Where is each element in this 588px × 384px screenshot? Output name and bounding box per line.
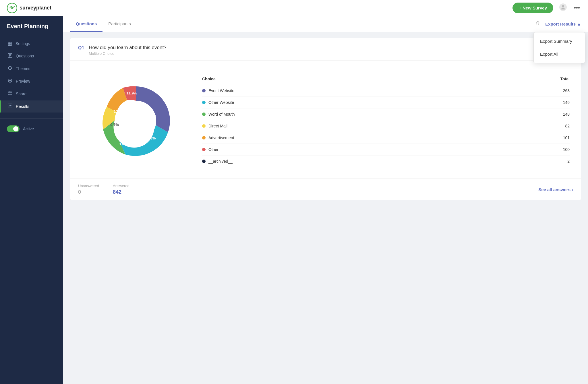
svg-point-5: [9, 68, 10, 68]
scroll-area: Q1 How did you learn about this event? M…: [63, 32, 588, 384]
question-info: How did you learn about this event? Mult…: [89, 45, 166, 56]
sidebar-item-share[interactable]: Share: [0, 88, 63, 100]
export-dropdown: Export Summary Export All: [533, 32, 585, 63]
choice-label: Word of Mouth: [208, 112, 235, 117]
question-number: Q1: [78, 45, 84, 51]
choice-column-header: Choice: [202, 77, 547, 81]
choice-label: Other: [208, 147, 218, 152]
legend-choice: Word of Mouth: [202, 112, 547, 117]
legend-row: Advertisement 101: [202, 132, 570, 144]
svg-point-7: [11, 68, 11, 68]
legend-dot: [202, 148, 206, 151]
tab-questions[interactable]: Questions: [70, 16, 102, 32]
export-results-button[interactable]: Export Results ▲: [545, 22, 581, 26]
svg-text:31.2%: 31.2%: [145, 113, 156, 117]
donut-chart: 31.2% 17.3% 17.6% 9.7% 12% 11.9%: [87, 72, 185, 170]
question-type: Multiple Choice: [89, 51, 166, 56]
svg-point-6: [10, 67, 10, 68]
delete-button[interactable]: [535, 20, 541, 28]
legend-row: Word of Mouth 148: [202, 108, 570, 120]
legend-dot: [202, 89, 206, 92]
sidebar-item-themes[interactable]: Themes: [0, 63, 63, 75]
legend-choice: Advertisement: [202, 135, 547, 140]
answered-stat: Answered 842: [113, 184, 129, 195]
sidebar-item-label: Themes: [16, 66, 30, 71]
choice-label: Advertisement: [208, 135, 234, 140]
themes-icon: [8, 66, 12, 71]
export-results-label: Export Results: [545, 22, 576, 26]
legend-total: 148: [547, 112, 570, 117]
total-column-header: Total: [547, 77, 570, 81]
sidebar-divider: [0, 118, 63, 119]
sidebar-item-label: Share: [16, 92, 26, 96]
question-card: Q1 How did you learn about this event? M…: [70, 38, 581, 200]
legend-total: 2: [547, 159, 570, 164]
legend-header: Choice Total: [202, 74, 570, 85]
export-all-option[interactable]: Export All: [534, 48, 585, 61]
chevron-right-icon: ›: [572, 187, 573, 192]
see-all-answers-button[interactable]: See all answers ›: [538, 187, 573, 192]
svg-point-8: [8, 79, 12, 82]
sidebar-item-label: Results: [16, 104, 29, 109]
unanswered-value: 0: [78, 189, 99, 195]
user-avatar-button[interactable]: [558, 2, 568, 14]
svg-text:11.9%: 11.9%: [127, 91, 137, 95]
legend-dot: [202, 160, 206, 163]
chart-area: 31.2% 17.3% 17.6% 9.7% 12% 11.9% Choice …: [70, 61, 581, 178]
sidebar-title: Event Planning: [0, 23, 63, 38]
unanswered-stat: Unanswered 0: [78, 184, 99, 195]
choice-label: Other Website: [208, 100, 234, 105]
logo-icon: [7, 3, 17, 13]
answered-label: Answered: [113, 184, 129, 188]
legend-total: 101: [547, 135, 570, 140]
legend-choice: Direct Mail: [202, 124, 547, 128]
donut-svg: 31.2% 17.3% 17.6% 9.7% 12% 11.9%: [87, 72, 185, 170]
sidebar-item-results[interactable]: Results: [0, 100, 63, 113]
footer-stats: Unanswered 0 Answered 842: [78, 184, 129, 195]
active-toggle[interactable]: [7, 125, 20, 132]
choice-label: __archived__: [208, 159, 233, 164]
answered-value: 842: [113, 189, 129, 195]
legend-dot: [202, 124, 206, 128]
legend-row: Direct Mail 82: [202, 120, 570, 132]
sidebar-toggle-area: Active: [0, 125, 63, 132]
sidebar-item-preview[interactable]: Preview: [0, 75, 63, 87]
svg-point-12: [116, 101, 156, 141]
svg-point-3: [562, 5, 564, 7]
sidebar: Event Planning ▦ Settings Questions Them…: [0, 16, 63, 384]
legend-total: 146: [547, 100, 570, 105]
sidebar-item-questions[interactable]: Questions: [0, 50, 63, 62]
legend-dot: [202, 101, 206, 104]
sidebar-item-label: Preview: [16, 79, 30, 84]
toggle-label: Active: [23, 127, 34, 131]
export-summary-option[interactable]: Export Summary: [534, 35, 585, 48]
topnav: surveyplanet + New Survey •••: [0, 0, 588, 16]
legend-choice: Other Website: [202, 100, 547, 105]
tabs-right: Export Results ▲: [535, 20, 581, 28]
sidebar-item-label: Questions: [16, 54, 34, 58]
svg-point-1: [11, 7, 13, 9]
legend-choice: __archived__: [202, 159, 547, 164]
more-options-button[interactable]: •••: [573, 3, 581, 12]
legend-total: 100: [547, 147, 570, 152]
choice-label: Direct Mail: [208, 124, 227, 128]
main-layout: Event Planning ▦ Settings Questions Them…: [0, 16, 588, 384]
tabs-left: Questions Participants: [70, 16, 137, 32]
choice-label: Event Website: [208, 88, 234, 93]
sidebar-item-settings[interactable]: ▦ Settings: [0, 38, 63, 49]
tab-participants[interactable]: Participants: [102, 16, 136, 32]
logo-area: surveyplanet: [7, 3, 51, 13]
share-icon: [8, 91, 12, 97]
new-survey-button[interactable]: + New Survey: [512, 3, 553, 13]
legend-row: Event Website 263: [202, 85, 570, 97]
svg-point-9: [9, 80, 11, 81]
svg-rect-10: [8, 92, 12, 95]
card-footer: Unanswered 0 Answered 842 See all answer…: [70, 178, 581, 200]
logo-text: surveyplanet: [20, 5, 51, 11]
questions-icon: [8, 53, 12, 59]
legend-row: Other Website 146: [202, 97, 570, 108]
sidebar-nav: ▦ Settings Questions Themes Preview: [0, 38, 63, 113]
svg-text:17.3%: 17.3%: [145, 136, 156, 140]
tabs-bar: Questions Participants Export Results ▲ …: [63, 16, 588, 32]
svg-text:17.6%: 17.6%: [119, 142, 130, 146]
